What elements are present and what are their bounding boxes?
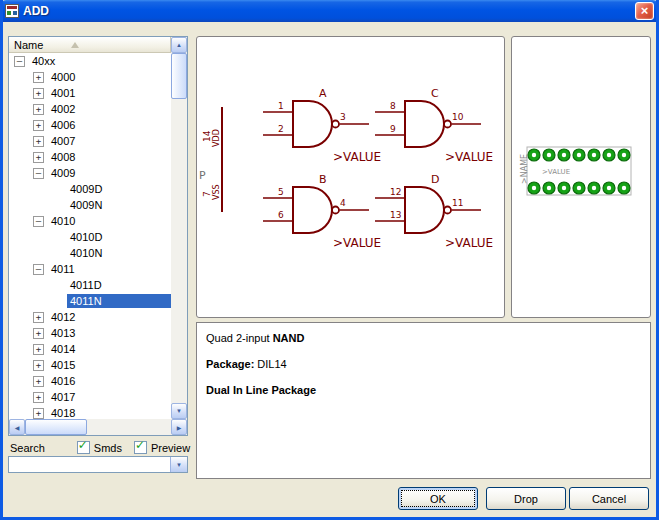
tree-horizontal-scrollbar[interactable]: ◀ ▶	[9, 419, 187, 435]
collapse-icon[interactable]: –	[33, 264, 44, 275]
tree-item-40xx[interactable]: –40xx	[9, 53, 171, 69]
pad-hole	[592, 153, 596, 157]
expand-icon[interactable]: +	[33, 72, 44, 83]
value-placeholder: >VALUE	[445, 236, 493, 250]
tree-item-label[interactable]: 4011	[48, 262, 78, 276]
scroll-right-icon[interactable]: ▶	[171, 419, 187, 435]
power-symbol: 14 VDD 7 VSS P	[199, 107, 222, 212]
tree-item-4014[interactable]: +4014	[9, 341, 171, 357]
expand-icon[interactable]: +	[33, 312, 44, 323]
drop-button[interactable]: Drop	[486, 487, 566, 510]
expand-icon[interactable]: +	[33, 392, 44, 403]
tree-item-label[interactable]: 40xx	[29, 54, 58, 68]
tree-item-4009D[interactable]: 4009D	[9, 181, 171, 197]
ok-button[interactable]: OK	[398, 487, 478, 510]
tree-item-label[interactable]: 4013	[48, 326, 78, 340]
tree-header-label: Name	[14, 39, 43, 51]
expand-icon[interactable]: +	[33, 104, 44, 115]
tree-item-label[interactable]: 4009	[48, 166, 78, 180]
tree-item-label[interactable]: 4018	[48, 406, 78, 419]
tree-item-4011D[interactable]: 4011D	[9, 277, 171, 293]
tree-column-header-name[interactable]: Name	[9, 37, 171, 53]
collapse-icon[interactable]: –	[14, 56, 25, 67]
expand-icon[interactable]: +	[33, 136, 44, 147]
tree-list: –40xx+4000+4001+4002+4006+4007+4008–4009…	[9, 53, 171, 419]
tree-item-4018[interactable]: +4018	[9, 405, 171, 419]
combo-dropdown-button[interactable]: ▼	[170, 457, 187, 472]
pin-number: 5	[278, 187, 284, 197]
close-button[interactable]: ×	[635, 2, 654, 20]
scroll-left-icon[interactable]: ◀	[9, 419, 25, 435]
value-placeholder: >VALUE	[333, 150, 381, 164]
preview-checkbox[interactable]: ✓	[134, 441, 147, 454]
tree-item-4002[interactable]: +4002	[9, 101, 171, 117]
tree-item-4017[interactable]: +4017	[9, 389, 171, 405]
tree-item-4010[interactable]: –4010	[9, 213, 171, 229]
expand-icon[interactable]: +	[33, 360, 44, 371]
tree-item-4013[interactable]: +4013	[9, 325, 171, 341]
titlebar[interactable]: ADD ×	[0, 0, 659, 22]
tree-item-4001[interactable]: +4001	[9, 85, 171, 101]
tree-item-4008[interactable]: +4008	[9, 149, 171, 165]
tree-item-label[interactable]: 4014	[48, 342, 78, 356]
chevron-down-icon: ▼	[176, 462, 182, 468]
pin-number: 13	[390, 210, 401, 220]
collapse-icon[interactable]: –	[33, 168, 44, 179]
tree-item-label[interactable]: 4011N	[67, 294, 171, 308]
collapse-icon[interactable]: –	[33, 216, 44, 227]
tree-item-label[interactable]: 4017	[48, 390, 78, 404]
expand-icon[interactable]: +	[33, 328, 44, 339]
tree-item-label[interactable]: 4016	[48, 374, 78, 388]
expand-icon[interactable]: +	[33, 120, 44, 131]
tree-item-label[interactable]: 4009N	[67, 198, 105, 212]
vertical-scroll-thumb[interactable]	[171, 53, 187, 99]
tree-item-label[interactable]: 4007	[48, 134, 78, 148]
pin-number: 12	[390, 187, 401, 197]
tree-item-4006[interactable]: +4006	[9, 117, 171, 133]
tree-item-label[interactable]: 4009D	[67, 182, 105, 196]
gate-letter: A	[319, 87, 327, 100]
tree-item-label[interactable]: 4002	[48, 102, 78, 116]
gate-bubble	[332, 121, 339, 128]
expand-icon[interactable]: +	[33, 408, 44, 419]
tree-item-4007[interactable]: +4007	[9, 133, 171, 149]
expand-icon[interactable]: +	[33, 152, 44, 163]
package-preview: >NAME >VALUE	[511, 36, 651, 318]
tree-item-label[interactable]: 4010	[48, 214, 78, 228]
scroll-up-icon[interactable]: ▲	[171, 37, 187, 53]
tree-item-4016[interactable]: +4016	[9, 373, 171, 389]
tree-item-label[interactable]: 4010N	[67, 246, 105, 260]
tree-item-label[interactable]: 4006	[48, 118, 78, 132]
tree-item-4015[interactable]: +4015	[9, 357, 171, 373]
package-value-label: >VALUE	[542, 168, 570, 176]
tree-item-label[interactable]: 4010D	[67, 230, 105, 244]
tree-item-label[interactable]: 4000	[48, 70, 78, 84]
tree-item-label[interactable]: 4001	[48, 86, 78, 100]
expand-icon[interactable]: +	[33, 88, 44, 99]
tree-item-label[interactable]: 4008	[48, 150, 78, 164]
tree-item-4010N[interactable]: 4010N	[9, 245, 171, 261]
tree-item-label[interactable]: 4011D	[67, 278, 105, 292]
tree-item-4010D[interactable]: 4010D	[9, 229, 171, 245]
horizontal-scroll-thumb[interactable]	[25, 419, 87, 435]
tree-item-4009[interactable]: –4009	[9, 165, 171, 181]
cancel-button[interactable]: Cancel	[569, 487, 649, 510]
tree-item-label[interactable]: 4012	[48, 310, 78, 324]
smds-checkbox[interactable]: ✓	[77, 441, 90, 454]
tree-vertical-scrollbar[interactable]: ▲ ▼	[171, 37, 187, 419]
gate-body	[405, 101, 444, 147]
check-icon: ✓	[78, 438, 88, 452]
tree-item-4011[interactable]: –4011	[9, 261, 171, 277]
pin-number: 2	[278, 124, 284, 134]
tree-item-label[interactable]: 4015	[48, 358, 78, 372]
tree-item-4000[interactable]: +4000	[9, 69, 171, 85]
expand-icon[interactable]: +	[33, 376, 44, 387]
search-input[interactable]	[10, 458, 172, 471]
tree-item-4011N[interactable]: 4011N	[9, 293, 171, 309]
description-panel: Quad 2-input NAND Package: DIL14 Dual In…	[196, 322, 651, 479]
expand-icon[interactable]: +	[33, 344, 44, 355]
tree-item-4012[interactable]: +4012	[9, 309, 171, 325]
pin-number: 11	[452, 198, 463, 208]
scroll-down-icon[interactable]: ▼	[171, 403, 187, 419]
tree-item-4009N[interactable]: 4009N	[9, 197, 171, 213]
